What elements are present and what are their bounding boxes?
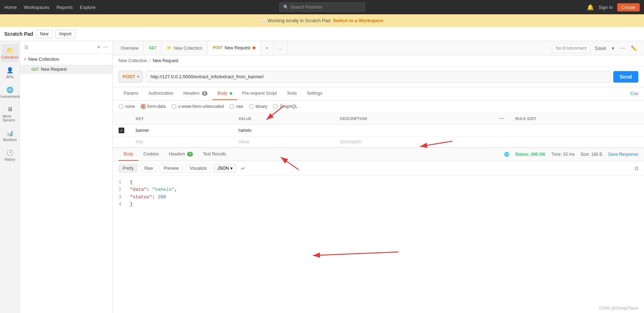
left-panel-header: ☰ + ⋯ <box>20 41 113 54</box>
tab-new-request[interactable]: POST New Request <box>208 41 261 55</box>
main-layout: 📁 Collections 👤 APIs 🌐 Environments 🖥 Mo… <box>0 41 644 313</box>
word-wrap-icon[interactable]: ⇌ <box>241 165 245 171</box>
folder-icon: 📁 <box>167 46 172 50</box>
url-input[interactable] <box>146 71 610 83</box>
req-tab-pre-request[interactable]: Pre-request Script <box>237 87 282 100</box>
collection-item[interactable]: ▾ New Collection <box>20 54 113 65</box>
req-tab-params[interactable]: Params <box>119 87 143 100</box>
save-button[interactable]: Save <box>593 44 608 53</box>
save-response-link[interactable]: Save Response <box>608 152 638 157</box>
status-ok-text: Status: 200 OK <box>515 152 545 157</box>
code-line-1: 1 { <box>119 179 638 186</box>
more-col-header: ⋯ <box>493 113 510 125</box>
radio-form-data-indicator <box>141 104 146 109</box>
empty-key-cell[interactable]: Key <box>130 136 233 148</box>
headers-label: Headers <box>183 91 199 96</box>
cookies-link[interactable]: Coo <box>630 91 638 96</box>
req-tab-settings[interactable]: Settings <box>302 87 327 100</box>
create-button[interactable]: Create <box>617 3 640 11</box>
row-description-cell[interactable] <box>334 125 493 136</box>
empty-desc-cell[interactable]: Description <box>334 136 493 148</box>
json-format-selector[interactable]: JSON ▾ <box>214 164 236 173</box>
mock-servers-label: Mock Servers <box>3 114 17 122</box>
res-tab-headers[interactable]: Headers 4 <box>164 148 198 161</box>
headers-count-badge: 8 <box>202 91 208 96</box>
req-tab-headers[interactable]: Headers 8 <box>178 87 212 100</box>
empty-bulk-cell <box>510 136 644 148</box>
notification-icon[interactable]: 🔔 <box>587 4 594 11</box>
row-value-cell[interactable]: hahelo <box>233 125 334 136</box>
mock-servers-icon: 🖥 <box>6 106 14 113</box>
radio-form-data[interactable]: form-data <box>141 104 166 109</box>
format-raw-button[interactable]: Raw <box>140 164 157 173</box>
import-button[interactable]: Import <box>55 30 75 38</box>
request-item[interactable]: GET New Request <box>20 65 113 74</box>
left-panel: ☰ + ⋯ ▾ New Collection GET New Request <box>20 41 113 313</box>
row-checkbox-cell[interactable]: ✓ <box>113 125 130 136</box>
res-tab-test-results[interactable]: Test Results <box>198 148 231 161</box>
environment-selector[interactable]: No Environment <box>552 44 590 53</box>
radio-graphql[interactable]: GraphQL <box>273 104 297 109</box>
sidebar-item-collections[interactable]: 📁 Collections <box>1 44 19 62</box>
sign-in-text[interactable]: Sign In <box>598 5 613 10</box>
save-dropdown-button[interactable]: ▾ <box>610 44 616 53</box>
right-tab-actions: No Environment Save ▾ ⋯ ✏️ <box>552 44 641 53</box>
nav-reports[interactable]: Reports <box>56 5 73 10</box>
format-pretty-button[interactable]: Pretty <box>119 164 138 173</box>
checked-checkbox[interactable]: ✓ <box>119 128 124 133</box>
breadcrumb-parent[interactable]: New Collection <box>119 58 147 63</box>
method-selector[interactable]: POST ▾ <box>119 71 143 83</box>
table-more-icon[interactable]: ⋯ <box>499 116 504 121</box>
req-tab-body[interactable]: Body <box>213 87 238 100</box>
scratch-pad-banner: ☁️ Working locally in Scratch Pad. Switc… <box>0 14 644 27</box>
tab-get[interactable]: GET <box>144 41 162 55</box>
send-button[interactable]: Send <box>613 71 638 83</box>
sidebar-item-apis[interactable]: 👤 APIs <box>1 64 19 82</box>
req-tab-authorization[interactable]: Authorization <box>143 87 178 100</box>
copy-icon[interactable]: ⧉ <box>635 165 638 172</box>
tab-new-request-label: New Request <box>225 45 250 50</box>
add-collection-button[interactable]: + <box>97 44 100 50</box>
sidebar-item-environments[interactable]: 🌐 Environments <box>1 83 19 101</box>
empty-value-cell[interactable]: Value <box>233 136 334 148</box>
breadcrumb-current: New Request <box>153 58 178 63</box>
format-bar: Pretty Raw Preview Visualize JSON ▾ ⇌ ⧉ <box>113 161 644 176</box>
radio-binary[interactable]: binary <box>249 104 268 109</box>
edit-button[interactable]: ✏️ <box>629 44 638 53</box>
new-button[interactable]: New <box>36 30 53 38</box>
more-options-icon[interactable]: ⋯ <box>103 44 108 50</box>
table-row-empty: Key Value Description <box>113 136 644 148</box>
nav-home[interactable]: Home <box>4 5 17 10</box>
row-key-cell[interactable]: banner <box>130 125 233 136</box>
req-tab-tests[interactable]: Tests <box>282 87 302 100</box>
collection-name: New Collection <box>28 56 59 62</box>
nav-explore[interactable]: Explore <box>80 5 96 10</box>
res-tab-body[interactable]: Body <box>119 148 138 161</box>
method-label: POST <box>123 74 135 79</box>
search-bar[interactable]: 🔍 Search Postman <box>279 3 365 12</box>
body-label: Body <box>218 91 227 96</box>
globe-icon: 🌐 <box>504 152 509 157</box>
radio-raw[interactable]: raw <box>229 104 243 109</box>
sidebar-item-monitors[interactable]: 📊 Monitors <box>1 126 19 145</box>
radio-raw-label: raw <box>236 104 243 109</box>
tab-more-options-button[interactable]: ⋯ <box>619 44 626 53</box>
empty-checkbox-cell <box>113 136 130 148</box>
sidebar-item-mock-servers[interactable]: 🖥 Mock Servers <box>1 103 19 125</box>
format-visualize-button[interactable]: Visualize <box>186 164 211 173</box>
radio-none-label: none <box>125 104 135 109</box>
description-col-header: DESCRIPTION <box>334 113 493 125</box>
form-data-table-container: KEY VALUE DESCRIPTION ⋯ Bulk Edit ✓ <box>113 113 644 148</box>
radio-none[interactable]: none <box>119 104 135 109</box>
radio-urlencoded[interactable]: x-www-form-urlencoded <box>171 104 224 109</box>
tab-new-collection[interactable]: 📁 New Collection <box>162 41 208 55</box>
tab-overview[interactable]: Overview <box>116 41 144 55</box>
sidebar-item-history[interactable]: 🕐 History <box>1 146 19 164</box>
res-tab-cookies[interactable]: Cookies <box>138 148 164 161</box>
tab-more[interactable]: ... <box>274 41 288 55</box>
switch-workspace-link[interactable]: Switch to a Workspace <box>333 18 383 23</box>
radio-form-data-label: form-data <box>148 104 166 109</box>
nav-workspaces[interactable]: Workspaces <box>24 5 49 10</box>
tab-plus[interactable]: + <box>261 41 274 55</box>
format-preview-button[interactable]: Preview <box>160 164 183 173</box>
